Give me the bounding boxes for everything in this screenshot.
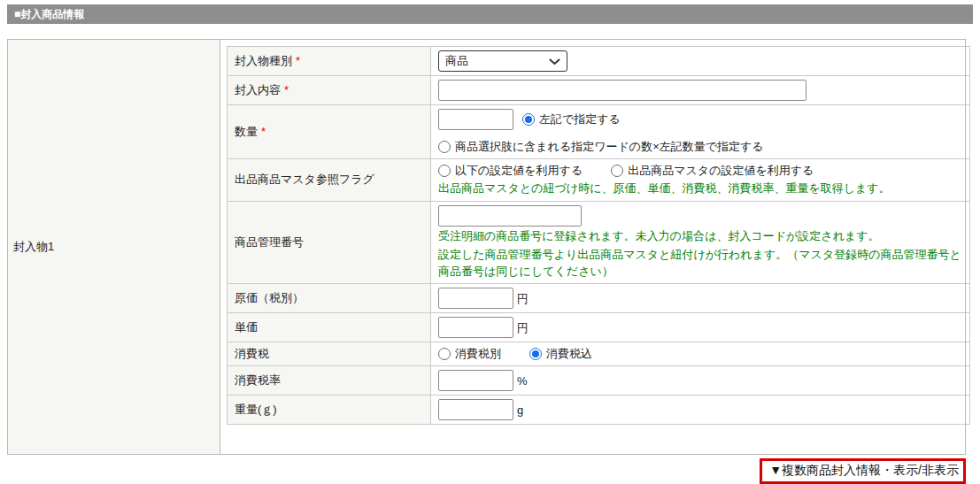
required-mark: * [296, 54, 300, 67]
quantity-radio-by-word[interactable]: 商品選択肢に含まれる指定ワードの数×左記数量で指定する [438, 139, 764, 155]
label-text: 商品管理番号 [235, 235, 304, 249]
label-text: 消費税率 [235, 373, 281, 387]
label-text: 重量(ｇ) [235, 403, 277, 416]
group-label-cell: 封入物1 [8, 40, 220, 455]
row-enclosure-type: 封入物種別* 商品 [228, 47, 970, 76]
row-cost: 原価（税別） 円 [228, 284, 970, 313]
weight-input[interactable] [438, 399, 513, 420]
quantity-radio-fixed[interactable]: 左記で指定する [522, 111, 621, 127]
product-code-note-1: 受注明細の商品番号に登録されます。未入力の場合は、封入コードが設定されます。 [438, 228, 962, 245]
row-label-enclosure-type: 封入物種別* [228, 47, 431, 76]
label-text: 封入内容 [235, 83, 281, 96]
row-label-unit-price: 単価 [228, 313, 431, 342]
row-label-master-ref-flag: 出品商品マスタ参照フラグ [228, 159, 431, 202]
group-label: 封入物1 [13, 240, 54, 253]
row-quantity: 数量* 左記で指定する 商品選択肢 [228, 105, 970, 159]
row-unit-price: 単価 円 [228, 313, 970, 342]
product-code-note-2: 設定した商品管理番号より出品商品マスタと紐付けが行われます。（マスタ登録時の商品… [438, 247, 962, 280]
section-title: ■封入商品情報 [14, 8, 84, 20]
radio-label: 商品選択肢に含まれる指定ワードの数×左記数量で指定する [455, 139, 764, 155]
tax-rate-input[interactable] [438, 370, 513, 391]
row-tax: 消費税 消費税別 消費税込 [228, 342, 970, 366]
row-label-enclosure-content: 封入内容* [228, 76, 431, 105]
tax-rate-unit: % [517, 374, 528, 388]
chevron-down-icon [549, 55, 560, 68]
row-label-cost: 原価（税別） [228, 284, 431, 313]
red-annotation-box: ▼複数商品封入情報・表示/非表示 [760, 458, 966, 484]
label-text: 数量 [235, 125, 258, 138]
label-text: 消費税 [235, 347, 269, 360]
radio-unchecked-icon [438, 141, 451, 153]
tax-radio-excluded[interactable]: 消費税別 [438, 346, 501, 362]
enclosure-table: 封入物1 封入物種別* 商品 [7, 39, 966, 455]
row-product-code: 商品管理番号 受注明細の商品番号に登録されます。未入力の場合は、封入コードが設定… [228, 201, 970, 284]
master-flag-radio-use-master[interactable]: 出品商品マスタの設定値を利用する [611, 163, 814, 179]
radio-checked-icon [522, 113, 535, 126]
row-label-tax-rate: 消費税率 [228, 366, 431, 396]
enclosure-content-input[interactable] [438, 80, 806, 101]
radio-unchecked-icon [611, 165, 623, 177]
radio-checked-icon [529, 348, 542, 360]
label-text: 出品商品マスタ参照フラグ [235, 173, 374, 186]
weight-unit: g [517, 403, 523, 417]
radio-label: 消費税別 [455, 346, 501, 362]
row-label-tax: 消費税 [228, 342, 431, 366]
label-text: 単価 [235, 320, 258, 334]
quantity-input[interactable] [438, 109, 513, 130]
enclosure-type-select[interactable]: 商品 [438, 50, 567, 72]
row-label-quantity: 数量* [228, 105, 431, 159]
label-text: 原価（税別） [235, 291, 304, 304]
row-master-ref-flag: 出品商品マスタ参照フラグ 以下の設定値を利用する 出品商品マスタの設 [228, 159, 970, 202]
label-text: 封入物種別 [235, 54, 292, 67]
form-cell: 封入物種別* 商品 [220, 40, 966, 455]
select-value: 商品 [445, 53, 468, 69]
radio-label: 左記で指定する [539, 111, 621, 127]
unit-price-unit: 円 [517, 321, 529, 334]
page: ■封入商品情報 封入物1 封入物種別* [0, 0, 980, 484]
master-flag-note: 出品商品マスタとの紐づけ時に、原価、単価、消費税、消費税率、重量を取得します。 [438, 181, 962, 197]
row-label-weight: 重量(ｇ) [228, 396, 431, 425]
product-code-input[interactable] [438, 205, 582, 227]
radio-label: 以下の設定値を利用する [455, 163, 583, 179]
radio-label: 消費税込 [546, 346, 592, 362]
master-flag-radio-use-below[interactable]: 以下の設定値を利用する [438, 163, 583, 179]
unit-price-input[interactable] [438, 317, 513, 338]
radio-unchecked-icon [438, 348, 451, 360]
toggle-multi-product-link[interactable]: ▼複数商品封入情報・表示/非表示 [769, 463, 959, 477]
cost-input[interactable] [438, 288, 513, 309]
row-enclosure-content: 封入内容* [228, 76, 970, 105]
row-label-product-code: 商品管理番号 [228, 201, 431, 284]
row-weight: 重量(ｇ) g [228, 396, 970, 425]
required-mark: * [261, 125, 266, 138]
form-table: 封入物種別* 商品 [227, 46, 970, 425]
cost-unit: 円 [517, 292, 529, 305]
radio-label: 出品商品マスタの設定値を利用する [628, 163, 814, 179]
row-tax-rate: 消費税率 % [228, 366, 970, 396]
tax-radio-included[interactable]: 消費税込 [529, 346, 592, 362]
required-mark: * [284, 83, 289, 96]
toggle-row: ▼複数商品封入情報・表示/非表示 [7, 458, 966, 483]
radio-unchecked-icon [438, 165, 451, 177]
section-header: ■封入商品情報 [7, 4, 973, 24]
